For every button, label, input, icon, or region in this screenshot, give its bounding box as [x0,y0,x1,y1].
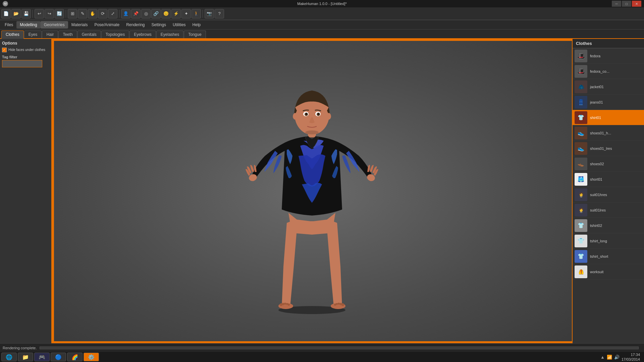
menu-utilities[interactable]: Utilities [169,21,189,28]
tray-volume[interactable]: 🔊 [614,355,620,360]
tab-clothes[interactable]: Clothes [1,31,24,39]
menu-settings[interactable]: Settings [148,21,169,28]
main-layout: Options ✓ Hide faces under clothes Tag f… [0,39,644,343]
thumb-shoes02: 👞 [575,158,587,170]
taskbar-app4[interactable]: 🔵 [51,353,66,361]
label-jeans01: jeans01 [590,100,642,104]
tab-eyes[interactable]: Eyes [24,31,42,38]
tool-link[interactable]: 🔗 [151,9,161,18]
tray-wifi[interactable]: 📶 [607,355,612,360]
tab-genitals[interactable]: Genitals [77,31,101,38]
thumb-fedora-co: 🎩 [575,65,587,78]
clothes-item-suit01hres[interactable]: 🤵 suit01hres [573,187,644,202]
thumb-suit01hres: 🤵 [575,188,587,201]
viewport[interactable] [52,39,572,343]
menu-materials[interactable]: Materials [68,21,91,28]
clothes-item-fedora[interactable]: 🎩 fedora [573,48,644,64]
tool-save[interactable]: 💾 [21,9,31,18]
tool-camera[interactable]: 📷 [205,9,214,18]
tool-rotate[interactable]: ⟳ [98,9,107,18]
tool-scale[interactable]: ⤢ [108,9,117,18]
tool-lightning[interactable]: ⚡ [171,9,181,18]
hide-faces-checkbox[interactable]: ✓ [2,48,7,52]
tool-pin[interactable]: 📌 [131,9,141,18]
clothes-item-shoes01lres[interactable]: 👟 shoes01_lres [573,141,644,156]
menu-help[interactable]: Help [189,21,204,28]
tool-open[interactable]: 📂 [11,9,21,18]
label-shirt01: shirt01 [590,116,642,120]
tab-eyebrows[interactable]: Eyebrows [129,31,156,38]
tool-grab[interactable]: ✋ [88,9,97,18]
clothes-item-fedora-co[interactable]: 🎩 fedora_co... [573,64,644,79]
clothes-item-short01[interactable]: 🩳 short01 [573,172,644,187]
tool-person[interactable]: 👤 [121,9,130,18]
clothes-item-tshirt02[interactable]: 👕 tshirt02 [573,218,644,233]
svg-point-22 [318,113,320,115]
clothes-item-shoes01h[interactable]: 👟 shoes01_h... [573,125,644,141]
label-fedora-co: fedora_co... [590,69,642,73]
tab-eyelashes[interactable]: Eyelashes [156,31,183,38]
taskbar-app5[interactable]: 🌈 [67,353,83,361]
thumb-worksuit: 🦺 [575,265,587,278]
tab-tongue[interactable]: Tongue [184,31,206,38]
tag-filter-label: Tag filter [2,55,49,59]
thumb-fedora: 🎩 [575,50,587,62]
menu-rendering[interactable]: Rendering [123,21,148,28]
tag-filter-input[interactable] [2,60,42,67]
svg-point-24 [326,113,331,120]
tab-hair[interactable]: Hair [42,31,58,38]
taskbar-app6[interactable]: ⚙️ [84,353,99,361]
tab-teeth[interactable]: Teeth [58,31,77,38]
taskbar-files[interactable]: 📁 [18,353,33,361]
thumb-tshirt-long: 👕 [575,235,587,247]
svg-point-12 [334,304,336,306]
tool-wand[interactable]: ✦ [181,9,191,18]
thumb-shoes01h: 👟 [575,127,587,139]
tray-network[interactable]: ▲ [600,355,605,360]
toolbar-separator-1 [33,10,33,18]
tool-reset[interactable]: 🔄 [55,9,64,18]
tool-walk[interactable]: 🚶 [192,9,201,18]
tool-face[interactable]: 😊 [161,9,171,18]
minimize-button[interactable]: ─ [612,1,621,7]
tool-draw[interactable]: ✎ [78,9,87,18]
svg-point-21 [306,113,308,115]
menu-files[interactable]: Files [1,21,16,28]
clothes-item-worksuit[interactable]: 🦺 worksuit [573,264,644,280]
maximize-button[interactable]: □ [622,1,631,7]
svg-point-23 [293,113,298,120]
tool-redo[interactable]: ↪ [45,9,54,18]
menu-geometries[interactable]: Geometries [41,21,68,28]
tool-target[interactable]: ◎ [141,9,151,18]
label-shoes01h: shoes01_h... [590,131,642,135]
clothes-item-jacket01[interactable]: 🧥 jacket01 [573,79,644,95]
taskbar-steam[interactable]: 🎮 [34,353,50,361]
clothes-item-tshirt-short[interactable]: 👕 tshirt_short [573,249,644,264]
tool-new[interactable]: 📄 [1,9,11,18]
menu-pose-animate[interactable]: Pose/Animate [91,21,123,28]
figure-3d [228,65,396,317]
viewport-bottom-handle[interactable] [52,341,572,343]
clothes-item-shirt01[interactable]: 👕 shirt01 [573,110,644,125]
clothes-item-tshirt-long[interactable]: 👕 tshirt_long [573,233,644,249]
svg-point-4 [282,303,284,305]
right-panel: Clothes 🎩 fedora 🎩 fedora_co... 🧥 jacket… [572,39,644,343]
thumb-short01: 🩳 [575,173,587,186]
status-text: Rendering complete. [3,346,37,350]
close-button[interactable]: ✕ [632,1,641,7]
tool-undo[interactable]: ↩ [35,9,44,18]
viewport-top-handle[interactable] [52,39,572,41]
menu-modelling[interactable]: Modelling [16,21,40,28]
svg-point-7 [288,304,290,306]
app-icon: M [3,1,8,6]
tool-help[interactable]: ? [215,9,224,18]
viewport-left-handle[interactable] [52,39,54,343]
thumb-jeans01: 👖 [575,96,587,109]
clothes-item-suit01lres[interactable]: 🤵 suit01lres [573,202,644,218]
clothes-item-jeans01[interactable]: 👖 jeans01 [573,95,644,110]
tab-topologies[interactable]: Topologies [101,31,129,38]
tool-grid[interactable]: ⊞ [68,9,77,18]
taskbar-chrome[interactable]: 🌐 [1,353,17,361]
options-title: Options [2,41,49,46]
clothes-item-shoes02[interactable]: 👞 shoes02 [573,156,644,172]
